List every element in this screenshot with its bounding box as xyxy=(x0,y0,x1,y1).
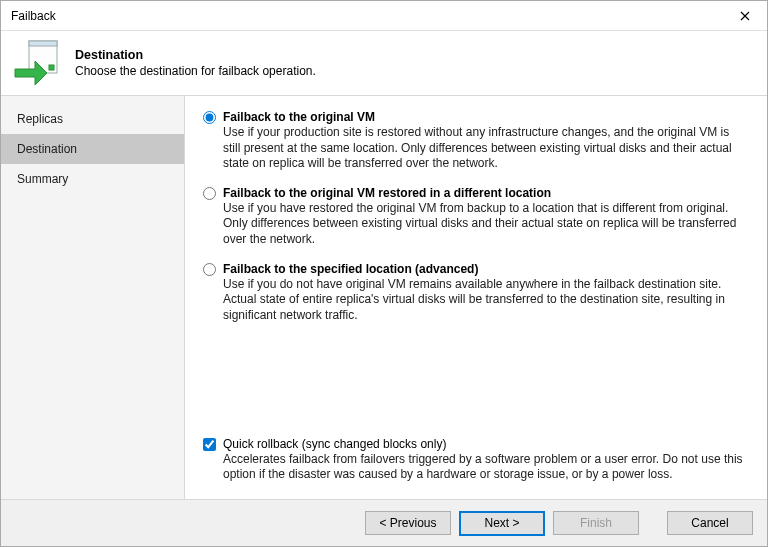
failback-icon xyxy=(13,37,61,89)
radio-original-vm-different-location[interactable] xyxy=(203,187,216,200)
wizard-content: Failback to the original VM Use if your … xyxy=(185,96,767,499)
quick-rollback-block[interactable]: Quick rollback (sync changed blocks only… xyxy=(203,433,747,483)
close-icon xyxy=(740,11,750,21)
quick-rollback-title: Quick rollback (sync changed blocks only… xyxy=(223,437,747,451)
option-title: Failback to the specified location (adva… xyxy=(223,262,747,276)
destination-options: Failback to the original VM Use if your … xyxy=(203,110,747,433)
wizard-header: Destination Choose the destination for f… xyxy=(1,31,767,96)
title-bar: Failback xyxy=(1,1,767,31)
close-button[interactable] xyxy=(723,1,767,31)
button-label: < Previous xyxy=(379,516,436,530)
window-title: Failback xyxy=(11,9,56,23)
sidebar-item-label: Summary xyxy=(17,172,68,186)
wizard-footer: < Previous Next > Finish Cancel xyxy=(1,499,767,546)
option-title: Failback to the original VM xyxy=(223,110,747,124)
next-button[interactable]: Next > xyxy=(459,511,545,536)
option-title: Failback to the original VM restored in … xyxy=(223,186,747,200)
step-title: Destination xyxy=(75,48,316,62)
cancel-button[interactable]: Cancel xyxy=(667,511,753,535)
failback-wizard-window: Failback Destination Choose the destinat… xyxy=(0,0,768,547)
radio-original-vm[interactable] xyxy=(203,111,216,124)
sidebar-item-label: Replicas xyxy=(17,112,63,126)
quick-rollback-description: Accelerates failback from failovers trig… xyxy=(223,452,747,483)
wizard-sidebar: Replicas Destination Summary xyxy=(1,96,185,499)
checkbox-quick-rollback[interactable] xyxy=(203,438,216,451)
option-description: Use if you have restored the original VM… xyxy=(223,201,747,248)
radio-specified-location[interactable] xyxy=(203,263,216,276)
header-texts: Destination Choose the destination for f… xyxy=(75,48,316,78)
svg-rect-2 xyxy=(49,65,54,70)
option-description: Use if you do not have original VM remai… xyxy=(223,277,747,324)
previous-button[interactable]: < Previous xyxy=(365,511,451,535)
finish-button: Finish xyxy=(553,511,639,535)
button-label: Finish xyxy=(580,516,612,530)
step-description: Choose the destination for failback oper… xyxy=(75,64,316,78)
option-original-vm[interactable]: Failback to the original VM Use if your … xyxy=(203,110,747,172)
sidebar-item-summary[interactable]: Summary xyxy=(1,164,184,194)
option-specified-location[interactable]: Failback to the specified location (adva… xyxy=(203,262,747,324)
sidebar-item-destination[interactable]: Destination xyxy=(1,134,184,164)
button-label: Next > xyxy=(484,516,519,530)
wizard-body: Replicas Destination Summary Failback to… xyxy=(1,96,767,499)
button-label: Cancel xyxy=(691,516,728,530)
option-original-vm-different-location[interactable]: Failback to the original VM restored in … xyxy=(203,186,747,248)
sidebar-item-label: Destination xyxy=(17,142,77,156)
option-description: Use if your production site is restored … xyxy=(223,125,747,172)
svg-rect-1 xyxy=(29,41,57,46)
sidebar-item-replicas[interactable]: Replicas xyxy=(1,104,184,134)
